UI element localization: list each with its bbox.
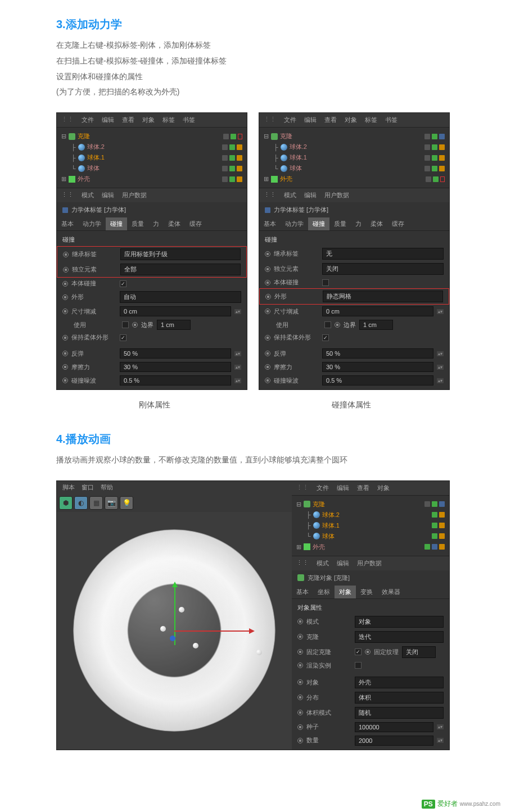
friction-input[interactable]: 30 % — [120, 362, 231, 372]
radio-icon[interactable] — [132, 322, 138, 328]
radio-icon[interactable] — [265, 364, 270, 370]
attr-edit[interactable]: 编辑 — [102, 191, 114, 199]
radio-icon[interactable] — [297, 695, 303, 700]
seed-input[interactable]: 100000 — [355, 722, 433, 732]
radio-icon[interactable] — [265, 280, 270, 285]
keepsoft-check[interactable]: ✓ — [120, 334, 126, 341]
bounce-input[interactable]: 50 % — [322, 348, 433, 359]
inherit-dropdown[interactable]: 应用标签到子级 — [120, 248, 241, 260]
tab-soft[interactable]: 柔体 — [164, 217, 185, 230]
tool-light-icon[interactable]: 💡 — [120, 496, 133, 510]
vp-menu-help[interactable]: 帮助 — [101, 483, 113, 492]
sizeinc-input[interactable]: 0 cm — [322, 306, 433, 316]
tab-collision[interactable]: 碰撞 — [106, 217, 127, 230]
menu-edit[interactable]: 编辑 — [304, 116, 317, 124]
spinner-icon[interactable]: ▴▾ — [437, 309, 444, 314]
menu-file[interactable]: 文件 — [82, 116, 94, 124]
radio-icon[interactable] — [297, 634, 303, 639]
radio-icon[interactable] — [62, 335, 68, 341]
menu-object[interactable]: 对象 — [142, 116, 155, 124]
tree-clone[interactable]: ⊟克隆 — [296, 499, 445, 510]
menu-tags[interactable]: 标签 — [365, 116, 377, 124]
radio-icon[interactable] — [265, 266, 270, 272]
count-input[interactable]: 2000 — [355, 736, 433, 746]
radio-icon[interactable] — [62, 378, 68, 383]
tree-shell[interactable]: ⊞外壳 — [264, 174, 445, 184]
tab-soft[interactable]: 柔体 — [366, 217, 387, 230]
tab-effector[interactable]: 效果器 — [377, 586, 405, 598]
menu-edit[interactable]: 编辑 — [102, 116, 114, 124]
tree-sphere1[interactable]: ├球体.1 — [296, 520, 445, 531]
bounce-input[interactable]: 50 % — [120, 348, 231, 359]
volmode-dropdown[interactable]: 随机 — [355, 707, 444, 719]
tab-object[interactable]: 对象 — [335, 586, 356, 598]
radio-icon[interactable] — [297, 710, 303, 715]
tab-mass[interactable]: 质量 — [127, 217, 148, 230]
tab-cache[interactable]: 缓存 — [387, 217, 409, 230]
radio-icon[interactable] — [365, 649, 371, 655]
indep-dropdown[interactable]: 关闭 — [322, 263, 444, 275]
spinner-icon[interactable]: ▴▾ — [234, 351, 241, 356]
radio-icon[interactable] — [265, 335, 270, 341]
menu-view[interactable]: 查看 — [122, 116, 134, 124]
tab-dynamics[interactable]: 动力学 — [281, 217, 308, 230]
fixclone-check[interactable]: ✓ — [355, 648, 362, 655]
boundary-input[interactable]: 1 cm — [157, 320, 191, 330]
tree-shell[interactable]: ⊞外壳 — [296, 542, 445, 552]
fixtex-dropdown[interactable]: 关闭 — [402, 646, 436, 658]
tool-camera-icon[interactable]: 📷 — [105, 496, 118, 510]
tool-1-icon[interactable]: ⬢ — [59, 496, 73, 510]
menu-bookmark[interactable]: 书签 — [385, 116, 397, 124]
attr-mode[interactable]: 模式 — [317, 559, 329, 568]
mode-dropdown[interactable]: 对象 — [355, 616, 444, 628]
tree-sphere2[interactable]: ├球体.2 — [296, 510, 445, 520]
sizeinc-input[interactable]: 0 cm — [120, 306, 231, 316]
vp-menu-window[interactable]: 窗口 — [82, 483, 94, 492]
radio-icon[interactable] — [62, 351, 68, 356]
radio-icon[interactable] — [335, 322, 340, 328]
tool-3-icon[interactable]: ▦ — [89, 496, 103, 510]
object-field[interactable]: 外壳 — [355, 677, 444, 688]
spinner-icon[interactable]: ▴▾ — [234, 309, 241, 314]
spinner-icon[interactable]: ▴▾ — [437, 738, 444, 743]
radio-icon[interactable] — [297, 679, 303, 685]
radio-icon[interactable] — [62, 294, 68, 300]
spinner-icon[interactable]: ▴▾ — [234, 365, 241, 370]
noise-input[interactable]: 0.5 % — [120, 375, 231, 385]
tree-sphere2[interactable]: ├球体.2 — [61, 142, 242, 152]
dist-dropdown[interactable]: 体积 — [355, 692, 444, 704]
noise-input[interactable]: 0.5 % — [322, 375, 433, 385]
clone-dropdown[interactable]: 迭代 — [355, 631, 444, 643]
tree-sphere1[interactable]: ├球体.1 — [61, 152, 242, 163]
radio-icon[interactable] — [265, 309, 270, 314]
tree-sphere[interactable]: └球体 — [61, 163, 242, 174]
indep-dropdown[interactable]: 全部 — [120, 264, 241, 275]
tab-basic[interactable]: 基本 — [292, 586, 313, 598]
tree-shell[interactable]: ⊞外壳 — [61, 174, 242, 184]
tree-clone[interactable]: ⊟克隆 — [264, 131, 445, 142]
radio-icon[interactable] — [62, 309, 68, 314]
radio-icon[interactable] — [63, 267, 69, 273]
tab-collision[interactable]: 碰撞 — [308, 217, 329, 230]
spinner-icon[interactable]: ▴▾ — [437, 378, 444, 383]
radio-icon[interactable] — [63, 252, 69, 257]
tree-sphere1[interactable]: ├球体.1 — [264, 152, 445, 163]
attr-userdata[interactable]: 用户数据 — [357, 559, 382, 568]
menu-tags[interactable]: 标签 — [162, 116, 175, 124]
selfcol-check[interactable] — [322, 279, 329, 286]
attr-edit[interactable]: 编辑 — [304, 191, 317, 199]
tab-basic[interactable]: 基本 — [259, 217, 281, 230]
tree-sphere[interactable]: └球体 — [296, 531, 445, 542]
radio-icon[interactable] — [297, 724, 303, 730]
tab-cache[interactable]: 缓存 — [185, 217, 206, 230]
attr-userdata[interactable]: 用户数据 — [122, 191, 147, 199]
attr-userdata[interactable]: 用户数据 — [324, 191, 349, 199]
tree-clone[interactable]: ⊟ 克隆 — [61, 131, 242, 142]
menu-bookmark[interactable]: 书签 — [183, 116, 195, 124]
menu-view[interactable]: 查看 — [324, 116, 337, 124]
axis-z[interactable] — [170, 636, 175, 641]
use-check[interactable] — [324, 321, 331, 328]
radio-icon[interactable] — [62, 281, 68, 287]
radio-icon[interactable] — [265, 294, 271, 300]
spinner-icon[interactable]: ▴▾ — [234, 378, 241, 383]
